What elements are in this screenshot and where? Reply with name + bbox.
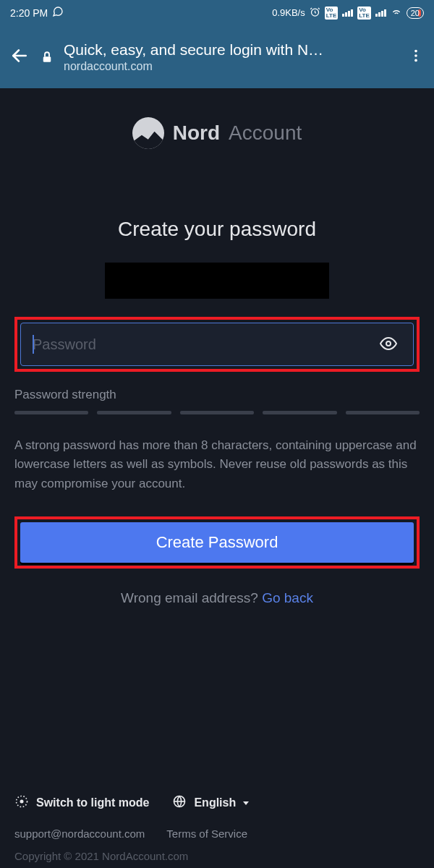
language-selector[interactable]: English bbox=[172, 794, 249, 812]
mountain-icon bbox=[132, 117, 164, 149]
wifi-icon bbox=[391, 6, 402, 20]
theme-toggle-button[interactable]: Switch to light mode bbox=[14, 794, 149, 812]
password-field-wrapper[interactable] bbox=[20, 323, 414, 366]
strength-segment bbox=[14, 411, 88, 414]
eye-icon bbox=[380, 344, 397, 354]
browser-toolbar: Quick, easy, and secure login with N… no… bbox=[0, 25, 434, 88]
page-url: nordaccount.com bbox=[64, 60, 323, 73]
sun-icon bbox=[14, 794, 29, 812]
svg-point-8 bbox=[20, 800, 24, 804]
strength-segment bbox=[97, 411, 171, 414]
svg-rect-2 bbox=[43, 56, 51, 62]
strength-segment bbox=[263, 411, 336, 414]
volte-badge-2: VoLTE bbox=[357, 7, 371, 20]
svg-point-3 bbox=[414, 49, 417, 52]
strength-segment bbox=[346, 411, 420, 414]
clock-text: 2:20 PM bbox=[10, 7, 48, 19]
svg-point-6 bbox=[386, 341, 391, 346]
page-title: Quick, easy, and secure login with N… bbox=[64, 41, 323, 59]
alarm-icon bbox=[310, 7, 320, 20]
svg-point-5 bbox=[414, 59, 417, 61]
page-heading: Create your password bbox=[14, 218, 420, 241]
whatsapp-icon bbox=[52, 6, 64, 20]
brand-logo: Nord Account bbox=[14, 117, 420, 149]
battery-pct: 20 bbox=[411, 9, 420, 17]
create-password-button[interactable]: Create Password bbox=[20, 522, 414, 563]
toggle-password-visibility-button[interactable] bbox=[375, 331, 401, 359]
globe-icon bbox=[172, 794, 187, 812]
wrong-email-row: Wrong email address? Go back bbox=[14, 590, 420, 606]
signal-icon bbox=[342, 9, 353, 17]
lock-icon bbox=[41, 51, 54, 64]
strength-segment bbox=[180, 411, 254, 414]
go-back-link[interactable]: Go back bbox=[262, 590, 313, 605]
language-label: English bbox=[194, 796, 236, 809]
svg-point-4 bbox=[414, 54, 417, 57]
support-email-link[interactable]: support@nordaccount.com bbox=[14, 827, 145, 840]
logo-suffix-text: Account bbox=[229, 122, 302, 145]
redacted-email bbox=[105, 263, 329, 299]
logo-brand-text: Nord bbox=[173, 122, 220, 145]
theme-toggle-label: Switch to light mode bbox=[36, 796, 149, 809]
password-highlight-box bbox=[14, 317, 420, 372]
password-strength-label: Password strength bbox=[14, 388, 420, 402]
password-strength-meter bbox=[14, 411, 420, 414]
page-footer: Switch to light mode English support@nor… bbox=[0, 794, 434, 868]
network-speed-text: 0.9KB/s bbox=[272, 7, 305, 18]
create-button-highlight-box: Create Password bbox=[14, 516, 420, 569]
status-bar: 2:20 PM 0.9KB/s VoLTE VoLTE 20 bbox=[0, 0, 434, 25]
chevron-down-icon bbox=[243, 801, 249, 805]
volte-badge: VoLTE bbox=[325, 7, 339, 20]
back-button[interactable] bbox=[10, 46, 29, 68]
battery-indicator: 20 bbox=[407, 7, 424, 19]
password-hint-text: A strong password has more than 8 charac… bbox=[14, 436, 420, 493]
terms-of-service-link[interactable]: Terms of Service bbox=[166, 827, 247, 840]
menu-button[interactable] bbox=[408, 48, 424, 67]
password-input[interactable] bbox=[33, 336, 375, 353]
url-bar[interactable]: Quick, easy, and secure login with N… no… bbox=[64, 41, 323, 73]
wrong-email-text: Wrong email address? bbox=[121, 590, 262, 605]
copyright-text: Copyright © 2021 NordAccount.com bbox=[14, 850, 420, 862]
signal-icon-2 bbox=[375, 9, 386, 17]
